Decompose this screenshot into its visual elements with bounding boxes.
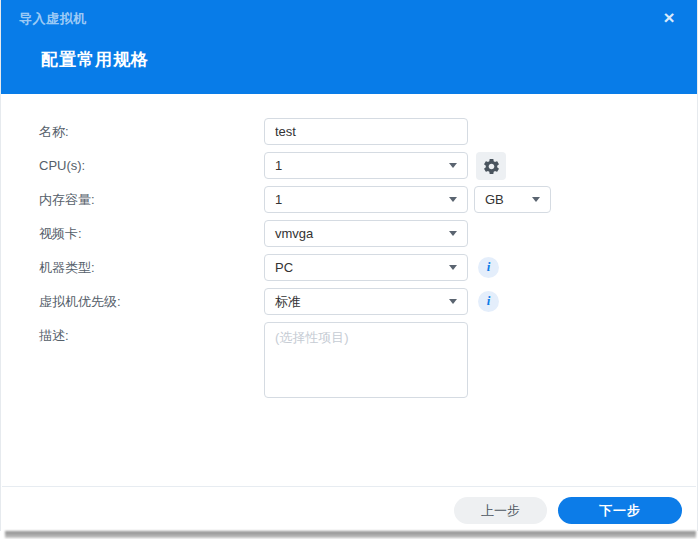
cpu-select-value: 1	[275, 158, 282, 173]
cpu-select[interactable]: 1	[264, 152, 468, 179]
vm-priority-select[interactable]: 标准	[264, 288, 468, 315]
gear-icon	[482, 157, 501, 176]
dialog-shadow	[5, 531, 696, 538]
info-icon[interactable]: i	[478, 257, 499, 278]
info-icon[interactable]: i	[478, 291, 499, 312]
close-icon[interactable]: ×	[657, 6, 681, 30]
chevron-down-icon	[449, 197, 457, 202]
cpu-settings-button[interactable]	[476, 152, 506, 180]
vm-priority-label: 虚拟机优先级:	[39, 288, 121, 315]
cpu-label: CPU(s):	[39, 152, 85, 179]
video-card-select[interactable]: vmvga	[264, 220, 468, 247]
memory-unit-select[interactable]: GB	[474, 186, 551, 213]
memory-select[interactable]: 1	[264, 186, 468, 213]
machine-type-label: 机器类型:	[39, 254, 95, 281]
chevron-down-icon	[449, 163, 457, 168]
footer-divider	[2, 486, 696, 487]
machine-type-select[interactable]: PC	[264, 254, 468, 281]
back-button[interactable]: 上一步	[454, 497, 547, 524]
screen: 导入虚拟机 × 配置常用规格 名称: CPU(s): 1 内存容量: 1 GB	[0, 0, 698, 539]
page-title: 配置常用规格	[41, 48, 149, 71]
name-input[interactable]	[264, 118, 468, 145]
chevron-down-icon	[449, 299, 457, 304]
import-vm-dialog: 导入虚拟机 × 配置常用规格 名称: CPU(s): 1 内存容量: 1 GB	[0, 0, 698, 531]
memory-label: 内存容量:	[39, 186, 95, 213]
description-textarea[interactable]	[264, 322, 468, 398]
chevron-down-icon	[449, 265, 457, 270]
next-button[interactable]: 下一步	[558, 497, 682, 524]
chevron-down-icon	[449, 231, 457, 236]
video-card-label: 视频卡:	[39, 220, 82, 247]
dialog-header: 导入虚拟机 × 配置常用规格	[1, 0, 697, 94]
vm-priority-select-value: 标准	[275, 293, 301, 311]
memory-unit-value: GB	[485, 192, 504, 207]
name-label: 名称:	[39, 118, 69, 145]
video-card-select-value: vmvga	[275, 226, 313, 241]
memory-select-value: 1	[275, 192, 282, 207]
window-title: 导入虚拟机	[19, 10, 87, 28]
chevron-down-icon	[532, 197, 540, 202]
machine-type-select-value: PC	[275, 260, 293, 275]
description-label: 描述:	[39, 322, 69, 349]
